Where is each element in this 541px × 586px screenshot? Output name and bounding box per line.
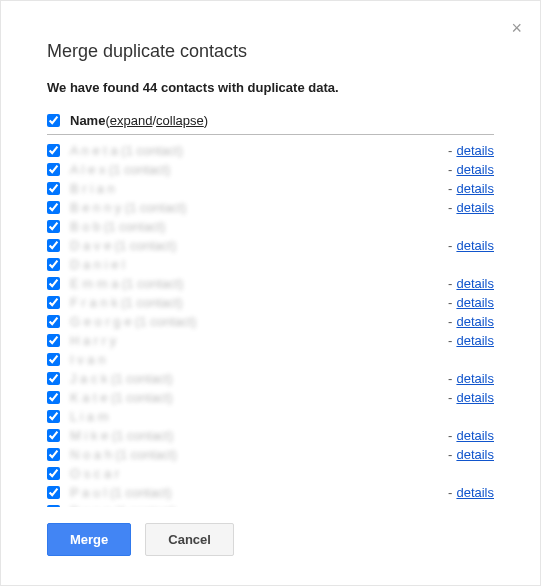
details-link[interactable]: details xyxy=(456,143,494,158)
contact-checkbox[interactable] xyxy=(47,296,60,309)
details-link[interactable]: details xyxy=(456,162,494,177)
contact-checkbox[interactable] xyxy=(47,182,60,195)
contact-checkbox[interactable] xyxy=(47,505,60,507)
list-item: A n e t a (1 contact) - details xyxy=(47,141,494,160)
contact-checkbox[interactable] xyxy=(47,220,60,233)
details-link[interactable]: details xyxy=(456,371,494,386)
contact-name: D a n i e l xyxy=(70,257,494,272)
contact-name: I v a n xyxy=(70,352,494,367)
contact-name: B o b (1 contact) xyxy=(70,219,494,234)
separator: - xyxy=(448,390,452,405)
list-item: D a v e (1 contact) - details xyxy=(47,236,494,255)
contact-checkbox[interactable] xyxy=(47,448,60,461)
separator: - xyxy=(448,238,452,253)
separator: - xyxy=(448,371,452,386)
contact-name: B e n n y (1 contact) xyxy=(70,200,444,215)
contact-checkbox[interactable] xyxy=(47,486,60,499)
list-item: R y a n (1 contact) - details xyxy=(47,502,494,507)
paren-close: ) xyxy=(204,113,208,128)
list-item: B o b (1 contact) xyxy=(47,217,494,236)
separator: - xyxy=(448,333,452,348)
contact-checkbox[interactable] xyxy=(47,239,60,252)
contact-checkbox[interactable] xyxy=(47,258,60,271)
cancel-button[interactable]: Cancel xyxy=(145,523,234,556)
details-link[interactable]: details xyxy=(456,390,494,405)
list-item: D a n i e l xyxy=(47,255,494,274)
details-link[interactable]: details xyxy=(456,447,494,462)
separator: - xyxy=(448,447,452,462)
list-item: E m m a (1 contact) - details xyxy=(47,274,494,293)
contact-name: J a c k (1 contact) xyxy=(70,371,444,386)
contact-name: G e o r g e (1 contact) xyxy=(70,314,444,329)
contact-checkbox[interactable] xyxy=(47,334,60,347)
details-link[interactable]: details xyxy=(456,314,494,329)
contact-checkbox[interactable] xyxy=(47,429,60,442)
contact-name: E m m a (1 contact) xyxy=(70,276,444,291)
list-item: N o a h (1 contact) - details xyxy=(47,445,494,464)
list-item: I v a n xyxy=(47,350,494,369)
list-item: H a r r y - details xyxy=(47,331,494,350)
separator: - xyxy=(448,181,452,196)
list-item: J a c k (1 contact) - details xyxy=(47,369,494,388)
contact-checkbox[interactable] xyxy=(47,315,60,328)
list-item: K a t e (1 contact) - details xyxy=(47,388,494,407)
details-link[interactable]: details xyxy=(456,200,494,215)
separator: - xyxy=(448,504,452,507)
list-item: B r i a n - details xyxy=(47,179,494,198)
separator: - xyxy=(448,143,452,158)
list-item: M i k e (1 contact) - details xyxy=(47,426,494,445)
collapse-link[interactable]: collapse xyxy=(156,113,204,128)
dialog-title: Merge duplicate contacts xyxy=(47,41,494,62)
contact-name: F r a n k (1 contact) xyxy=(70,295,444,310)
list-item: G e o r g e (1 contact) - details xyxy=(47,312,494,331)
details-link[interactable]: details xyxy=(456,295,494,310)
details-link[interactable]: details xyxy=(456,238,494,253)
select-all-checkbox[interactable] xyxy=(47,114,60,127)
contact-checkbox[interactable] xyxy=(47,277,60,290)
contact-checkbox[interactable] xyxy=(47,353,60,366)
contact-checkbox[interactable] xyxy=(47,144,60,157)
details-link[interactable]: details xyxy=(456,428,494,443)
merge-button[interactable]: Merge xyxy=(47,523,131,556)
list-item: B e n n y (1 contact) - details xyxy=(47,198,494,217)
contact-name: B r i a n xyxy=(70,181,444,196)
separator: - xyxy=(448,295,452,310)
separator: - xyxy=(448,428,452,443)
contact-checkbox[interactable] xyxy=(47,163,60,176)
contact-name: H a r r y xyxy=(70,333,444,348)
contact-name: R y a n (1 contact) xyxy=(70,504,444,507)
contact-name: P a u l (1 contact) xyxy=(70,485,444,500)
details-link[interactable]: details xyxy=(456,276,494,291)
dialog-summary: We have found 44 contacts with duplicate… xyxy=(47,80,494,95)
contact-name: A n e t a (1 contact) xyxy=(70,143,444,158)
contact-name: N o a h (1 contact) xyxy=(70,447,444,462)
separator: - xyxy=(448,200,452,215)
contact-name: K a t e (1 contact) xyxy=(70,390,444,405)
details-link[interactable]: details xyxy=(456,181,494,196)
separator: - xyxy=(448,276,452,291)
contact-checkbox[interactable] xyxy=(47,410,60,423)
contact-name: M i k e (1 contact) xyxy=(70,428,444,443)
list-header: Name ( expand / collapse ) xyxy=(47,113,494,135)
button-bar: Merge Cancel xyxy=(47,523,494,556)
details-link[interactable]: details xyxy=(456,504,494,507)
details-link[interactable]: details xyxy=(456,333,494,348)
contact-checkbox[interactable] xyxy=(47,467,60,480)
list-item: L i a m xyxy=(47,407,494,426)
contact-checkbox[interactable] xyxy=(47,201,60,214)
contact-name: L i a m xyxy=(70,409,494,424)
contact-list[interactable]: A n e t a (1 contact) - detailsA l e x (… xyxy=(47,137,494,507)
list-item: O s c a r xyxy=(47,464,494,483)
close-icon[interactable]: × xyxy=(511,19,522,37)
separator: - xyxy=(448,485,452,500)
separator: - xyxy=(448,314,452,329)
contact-checkbox[interactable] xyxy=(47,372,60,385)
contact-checkbox[interactable] xyxy=(47,391,60,404)
separator: - xyxy=(448,162,452,177)
merge-dialog: × Merge duplicate contacts We have found… xyxy=(0,0,541,586)
contact-name: A l e x (1 contact) xyxy=(70,162,444,177)
name-column-label: Name xyxy=(70,113,105,128)
details-link[interactable]: details xyxy=(456,485,494,500)
expand-link[interactable]: expand xyxy=(110,113,153,128)
contact-name: O s c a r xyxy=(70,466,494,481)
